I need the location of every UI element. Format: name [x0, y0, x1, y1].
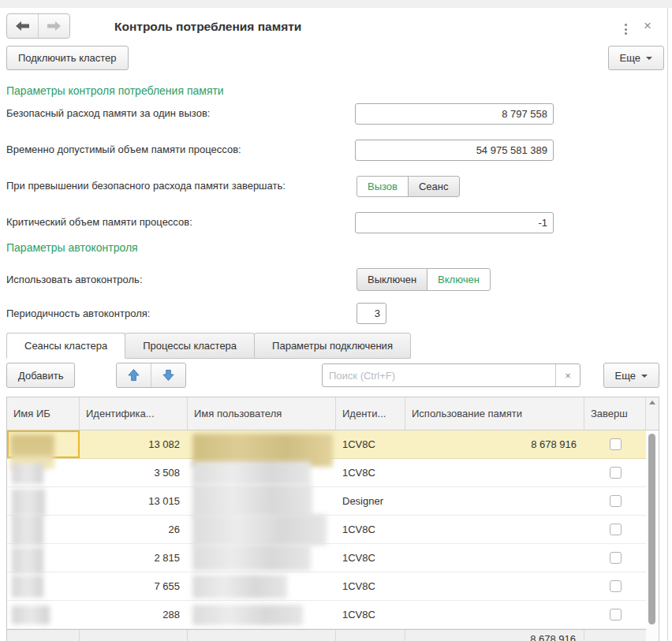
move-down-button[interactable] — [151, 363, 185, 387]
forward-button[interactable] — [38, 14, 69, 38]
cell-memory — [405, 572, 584, 600]
period-label: Периодичность автоконтроля: — [6, 307, 150, 319]
column-infobase[interactable]: Имя ИБ — [7, 397, 80, 430]
critical-memory-input[interactable] — [355, 212, 554, 233]
cell-app-id: 1CV8C — [336, 572, 405, 600]
terminate-checkbox[interactable] — [610, 552, 622, 564]
cell-identifier: 2 815 — [80, 544, 188, 572]
window-right-border — [667, 8, 668, 641]
period-input[interactable] — [357, 303, 386, 324]
close-icon[interactable]: × — [642, 17, 653, 35]
more-button-top[interactable]: Еще — [608, 46, 664, 70]
column-username[interactable]: Имя пользователя — [188, 397, 336, 430]
footer-infobase — [7, 630, 80, 641]
cell-infobase — [7, 601, 80, 628]
table-row[interactable]: 7 655 1CV8C — [7, 572, 659, 601]
column-memory-usage[interactable]: Использование памяти — [405, 397, 584, 430]
chevron-down-icon — [641, 375, 648, 378]
redacted-infobase — [12, 514, 43, 546]
vertical-scrollbar[interactable] — [646, 430, 659, 641]
cell-app-id: 1CV8C — [336, 459, 405, 486]
sessions-table: Имя ИБ Идентифика... Имя пользователя Ид… — [6, 397, 659, 641]
temp-memory-input[interactable] — [355, 140, 554, 161]
footer-app-id — [336, 630, 405, 641]
move-up-button[interactable] — [117, 363, 151, 387]
cell-identifier: 13 082 — [80, 430, 188, 458]
table-row[interactable]: 26 1CV8C — [7, 516, 659, 544]
tab-cluster-sessions[interactable]: Сеансы кластера — [6, 333, 125, 359]
table-row[interactable]: 288 1CV8C — [7, 601, 659, 629]
cell-terminate — [584, 516, 646, 543]
table-row[interactable]: 13 015 Designer — [7, 487, 659, 516]
column-terminate[interactable]: Заверш — [584, 397, 646, 430]
scrollbar-up-area[interactable] — [646, 397, 659, 430]
cell-memory — [405, 487, 584, 515]
redacted-infobase — [12, 547, 43, 574]
footer-username — [188, 630, 336, 641]
column-identifier[interactable]: Идентифика... — [80, 397, 188, 430]
table-footer: 8 678 916 — [7, 629, 659, 641]
window-menu-icon[interactable] — [622, 21, 629, 37]
cell-infobase — [7, 516, 80, 543]
up-arrow-icon — [128, 369, 140, 382]
cell-app-id: 1CV8C — [336, 430, 405, 458]
back-arrow-icon — [16, 21, 29, 31]
cell-username — [188, 601, 336, 628]
footer-identifier — [80, 630, 188, 641]
terminate-checkbox[interactable] — [610, 609, 622, 621]
redacted-infobase — [12, 489, 45, 516]
cell-app-id: Designer — [336, 487, 405, 515]
search-box: × — [322, 363, 581, 387]
column-app-id[interactable]: Иденти... — [336, 397, 405, 430]
toggle-option-session[interactable]: Сеанс — [408, 176, 460, 197]
cell-terminate — [584, 544, 646, 572]
terminate-checkbox[interactable] — [610, 495, 622, 507]
forward-arrow-icon — [47, 21, 61, 31]
toggle-option-call[interactable]: Вызов — [357, 176, 409, 197]
add-button-label: Добавить — [18, 370, 63, 382]
table-row[interactable]: 3 508 1CV8C — [7, 459, 659, 487]
add-button[interactable]: Добавить — [6, 363, 75, 388]
cell-identifier: 13 015 — [80, 487, 188, 515]
back-button[interactable] — [7, 14, 38, 38]
exceed-action-toggle: Вызов Сеанс — [357, 176, 460, 197]
more-button-toolbar[interactable]: Еще — [603, 363, 659, 388]
toggle-option-on[interactable]: Включен — [427, 268, 491, 291]
connect-cluster-button[interactable]: Подключить кластер — [6, 46, 129, 70]
critical-memory-label: Критический объем памяти процессов: — [6, 216, 192, 228]
cell-identifier: 7 655 — [80, 572, 188, 600]
safe-memory-input[interactable] — [355, 103, 554, 125]
section-heading-autocontrol: Параметры автоконтроля — [6, 241, 138, 254]
redacted-username — [192, 575, 287, 598]
autocontrol-toggle: Выключен Включен — [357, 268, 491, 291]
table-row[interactable]: 2 815 1CV8C — [7, 544, 659, 572]
terminate-checkbox[interactable] — [610, 580, 622, 592]
cell-username — [188, 572, 336, 600]
cell-terminate — [584, 487, 646, 515]
cell-app-id: 1CV8C — [336, 544, 405, 572]
nav-button-group — [6, 13, 70, 39]
redacted-infobase — [12, 576, 43, 598]
search-input[interactable] — [323, 364, 555, 386]
cell-identifier: 26 — [80, 516, 188, 543]
cell-infobase — [7, 572, 80, 600]
scroll-up-icon — [649, 401, 655, 404]
tab-cluster-processes[interactable]: Процессы кластера — [125, 333, 255, 359]
tab-connection-params[interactable]: Параметры подключения — [254, 333, 411, 359]
temp-memory-label: Временно допустимый объем памяти процесс… — [6, 143, 241, 155]
cell-identifier: 3 508 — [80, 459, 188, 486]
toggle-option-off[interactable]: Выключен — [357, 268, 427, 291]
chevron-down-icon — [646, 57, 652, 60]
terminate-checkbox[interactable] — [610, 438, 622, 450]
terminate-checkbox[interactable] — [610, 467, 622, 479]
terminate-checkbox[interactable] — [610, 524, 622, 535]
more-top-label: Еще — [620, 52, 640, 64]
table-row[interactable]: 13 082 1CV8C 8 678 916 — [7, 430, 659, 459]
down-arrow-icon — [162, 369, 174, 382]
cell-username — [188, 487, 336, 515]
cell-infobase — [7, 430, 80, 458]
scrollbar-thumb[interactable] — [648, 434, 655, 624]
redacted-infobase — [12, 464, 43, 484]
search-clear-icon[interactable]: × — [555, 364, 580, 386]
cell-memory — [405, 516, 584, 543]
